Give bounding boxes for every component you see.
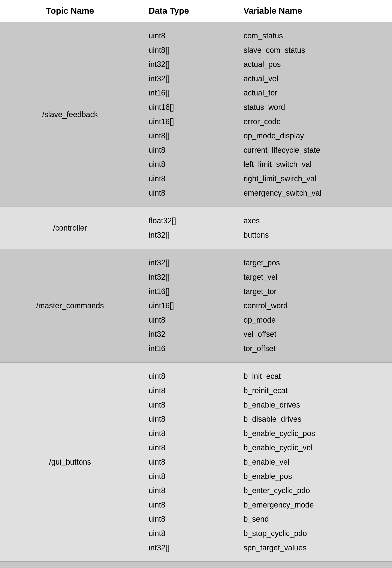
data-type-value: uint8[]	[149, 43, 226, 58]
topic-name-cell: /slave_feedback	[0, 22, 140, 207]
topic-name-cell: /safety_info	[0, 562, 140, 568]
data-type-value: uint8	[149, 398, 226, 412]
data-type-value: uint8[]	[149, 129, 226, 143]
data-type-value: int32[]	[149, 541, 226, 555]
data-type-value: int16[]	[149, 284, 226, 299]
variable-name-value: right_limit_switch_val	[244, 172, 383, 186]
variable-name-value: b_send	[244, 512, 383, 526]
variable-name-value: slave_com_status	[244, 43, 383, 58]
data-type-cell: uint8uint8uint8uint8uint8uint8uint8uint8…	[140, 362, 235, 562]
variable-name-value: spn_target_values	[244, 541, 383, 555]
data-type-value: int32[]	[149, 72, 226, 86]
variable-name-value: op_mode_display	[244, 129, 383, 143]
variable-name-value: status_word	[244, 100, 383, 115]
table-row: /master_commandsint32[]int32[]int16[]uin…	[0, 249, 392, 362]
data-type-value: uint16[]	[149, 100, 226, 115]
data-type-value: uint8	[149, 526, 226, 541]
data-type-value: int32	[149, 327, 226, 342]
data-type-value: int32[]	[149, 270, 226, 284]
variable-name-value: actual_vel	[244, 72, 383, 86]
table-row: /controllerfloat32[]int32[]axesbuttons	[0, 207, 392, 249]
variable-name-value: b_enable_cyclic_vel	[244, 441, 383, 455]
data-type-value: uint8	[149, 369, 226, 384]
data-type-value: uint8	[149, 143, 226, 157]
topic-name-cell: /master_commands	[0, 249, 140, 362]
variable-name-value: b_enter_cyclic_pdo	[244, 483, 383, 498]
variable-name-value: b_stop_cyclic_pdo	[244, 526, 383, 541]
data-type-cell: uint8[]	[140, 562, 235, 568]
topics-table: Topic Name Data Type Variable Name /slav…	[0, 0, 392, 568]
variable-name-value: vel_offset	[244, 327, 383, 342]
data-type-value: int16	[149, 342, 226, 356]
variable-name-value: current_lifecycle_state	[244, 143, 383, 157]
variable-name-value: error_code	[244, 115, 383, 129]
data-type-value: uint8	[149, 172, 226, 186]
data-type-value: int32[]	[149, 57, 226, 72]
variable-name-value: target_vel	[244, 270, 383, 284]
variable-name-cell: com_statusslave_com_statusactual_posactu…	[235, 22, 392, 207]
variable-name-value: buttons	[244, 228, 383, 242]
data-type-value: uint8	[149, 186, 226, 200]
data-type-value: int16[]	[149, 86, 226, 100]
data-type-value: float32[]	[149, 214, 226, 228]
table-row: /safety_infouint8[]safety_state	[0, 562, 392, 568]
data-type-value: uint8	[149, 512, 226, 526]
variable-name-value: op_mode	[244, 313, 383, 327]
data-type-cell: uint8uint8[]int32[]int32[]int16[]uint16[…	[140, 22, 235, 207]
data-type-value: uint8	[149, 412, 226, 426]
variable-name-cell: target_postarget_veltarget_torcontrol_wo…	[235, 249, 392, 362]
variable-name-value: target_pos	[244, 256, 383, 270]
variable-name-cell: axesbuttons	[235, 207, 392, 249]
variable-name-value: b_reinit_ecat	[244, 384, 383, 398]
variable-name-value: b_enable_drives	[244, 398, 383, 412]
header-data-type: Data Type	[140, 0, 235, 22]
variable-name-value: actual_tor	[244, 86, 383, 100]
variable-name-value: b_enable_vel	[244, 455, 383, 469]
data-type-value: uint8	[149, 157, 226, 172]
variable-name-value: b_init_ecat	[244, 369, 383, 384]
data-type-cell: int32[]int32[]int16[]uint16[]uint8int32i…	[140, 249, 235, 362]
variable-name-value: b_emergency_mode	[244, 498, 383, 512]
variable-name-value: axes	[244, 214, 383, 228]
data-type-value: uint8	[149, 469, 226, 484]
variable-name-value: b_enable_cyclic_pos	[244, 426, 383, 441]
variable-name-value: b_disable_drives	[244, 412, 383, 426]
data-type-value: int32[]	[149, 256, 226, 270]
variable-name-value: left_limit_switch_val	[244, 157, 383, 172]
data-type-value: uint8	[149, 441, 226, 455]
data-type-value: uint8	[149, 313, 226, 327]
variable-name-value: control_word	[244, 299, 383, 313]
data-type-cell: float32[]int32[]	[140, 207, 235, 249]
data-type-value: uint16[]	[149, 299, 226, 313]
variable-name-value: target_tor	[244, 284, 383, 299]
header-topic-name: Topic Name	[0, 0, 140, 22]
header-variable-name: Variable Name	[235, 0, 392, 22]
data-type-value: uint8	[149, 483, 226, 498]
data-type-value: uint8	[149, 498, 226, 512]
table-row: /gui_buttonsuint8uint8uint8uint8uint8uin…	[0, 362, 392, 562]
topic-name-cell: /gui_buttons	[0, 362, 140, 562]
data-type-value: uint8	[149, 455, 226, 469]
data-type-value: uint8	[149, 426, 226, 441]
data-type-value: uint8	[149, 384, 226, 398]
table-row: /slave_feedbackuint8uint8[]int32[]int32[…	[0, 22, 392, 207]
variable-name-value: tor_offset	[244, 342, 383, 356]
table-header-row: Topic Name Data Type Variable Name	[0, 0, 392, 22]
variable-name-value: emergency_switch_val	[244, 186, 383, 200]
data-type-value: int32[]	[149, 228, 226, 242]
variable-name-value: b_enable_pos	[244, 469, 383, 484]
variable-name-value: actual_pos	[244, 57, 383, 72]
variable-name-value: com_status	[244, 29, 383, 43]
data-type-value: uint8	[149, 29, 226, 43]
data-type-value: uint16[]	[149, 115, 226, 129]
variable-name-cell: b_init_ecatb_reinit_ecatb_enable_drivesb…	[235, 362, 392, 562]
variable-name-cell: safety_state	[235, 562, 392, 568]
topic-name-cell: /controller	[0, 207, 140, 249]
